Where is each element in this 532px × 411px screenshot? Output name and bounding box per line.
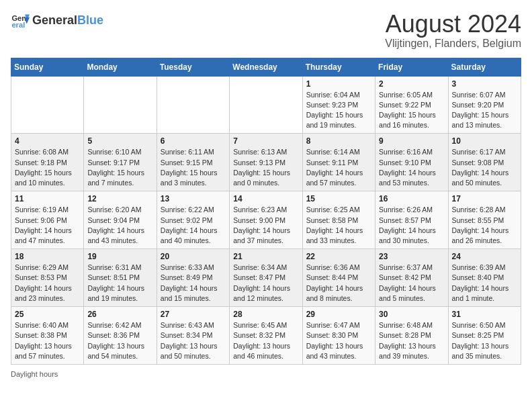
day-number: 21: [233, 252, 298, 261]
cell-content: Sunrise: 6:20 AM Sunset: 9:04 PM Dayligh…: [87, 205, 152, 246]
day-number: 28: [233, 310, 298, 319]
day-header-friday: Friday: [375, 58, 448, 76]
header-row: SundayMondayTuesdayWednesdayThursdayFrid…: [11, 58, 521, 76]
calendar-cell: 9Sunrise: 6:16 AM Sunset: 9:10 PM Daylig…: [375, 134, 448, 191]
calendar-cell: 4Sunrise: 6:08 AM Sunset: 9:18 PM Daylig…: [11, 134, 84, 191]
day-number: 14: [233, 194, 298, 203]
day-number: 25: [15, 310, 80, 319]
calendar-cell: [11, 76, 84, 134]
daylight-hours-label: Daylight hours: [11, 370, 58, 378]
calendar-cell: 25Sunrise: 6:40 AM Sunset: 8:38 PM Dayli…: [11, 307, 84, 365]
cell-content: Sunrise: 6:23 AM Sunset: 9:00 PM Dayligh…: [233, 205, 298, 246]
calendar-cell: 30Sunrise: 6:48 AM Sunset: 8:28 PM Dayli…: [375, 307, 448, 365]
calendar-cell: 1Sunrise: 6:04 AM Sunset: 9:23 PM Daylig…: [302, 76, 375, 134]
calendar-week-4: 18Sunrise: 6:29 AM Sunset: 8:53 PM Dayli…: [11, 249, 521, 307]
calendar-cell: 17Sunrise: 6:28 AM Sunset: 8:55 PM Dayli…: [448, 191, 521, 249]
cell-content: Sunrise: 6:22 AM Sunset: 9:02 PM Dayligh…: [161, 205, 226, 246]
calendar-cell: [230, 76, 302, 134]
day-number: 24: [452, 252, 517, 261]
cell-content: Sunrise: 6:34 AM Sunset: 8:47 PM Dayligh…: [233, 263, 298, 304]
calendar-cell: 23Sunrise: 6:37 AM Sunset: 8:42 PM Dayli…: [375, 249, 448, 307]
calendar-body: 1Sunrise: 6:04 AM Sunset: 9:23 PM Daylig…: [11, 76, 521, 364]
calendar-cell: [84, 76, 157, 134]
logo-icon: Gen eral: [11, 11, 30, 30]
day-number: 2: [379, 79, 444, 89]
cell-content: Sunrise: 6:11 AM Sunset: 9:15 PM Dayligh…: [161, 147, 226, 188]
cell-content: Sunrise: 6:45 AM Sunset: 8:32 PM Dayligh…: [233, 320, 298, 361]
day-number: 5: [87, 136, 152, 146]
day-number: 19: [87, 252, 152, 261]
cell-content: Sunrise: 6:17 AM Sunset: 9:08 PM Dayligh…: [452, 147, 517, 188]
calendar-cell: 8Sunrise: 6:14 AM Sunset: 9:11 PM Daylig…: [302, 134, 375, 191]
day-number: 15: [306, 194, 371, 203]
calendar-cell: [157, 76, 229, 134]
calendar-cell: 3Sunrise: 6:07 AM Sunset: 9:20 PM Daylig…: [448, 76, 521, 134]
calendar-cell: 10Sunrise: 6:17 AM Sunset: 9:08 PM Dayli…: [448, 134, 521, 191]
cell-content: Sunrise: 6:28 AM Sunset: 8:55 PM Dayligh…: [452, 205, 517, 246]
day-number: 22: [306, 252, 371, 261]
cell-content: Sunrise: 6:10 AM Sunset: 9:17 PM Dayligh…: [87, 147, 152, 188]
day-number: 13: [161, 194, 226, 203]
calendar-cell: 5Sunrise: 6:10 AM Sunset: 9:17 PM Daylig…: [84, 134, 157, 191]
cell-content: Sunrise: 6:36 AM Sunset: 8:44 PM Dayligh…: [306, 263, 371, 304]
day-header-tuesday: Tuesday: [157, 58, 229, 76]
day-header-sunday: Sunday: [11, 58, 84, 76]
calendar-cell: 27Sunrise: 6:43 AM Sunset: 8:34 PM Dayli…: [157, 307, 229, 365]
cell-content: Sunrise: 6:25 AM Sunset: 8:58 PM Dayligh…: [306, 205, 371, 246]
svg-text:eral: eral: [11, 21, 25, 29]
calendar-week-1: 1Sunrise: 6:04 AM Sunset: 9:23 PM Daylig…: [11, 76, 521, 134]
calendar-cell: 18Sunrise: 6:29 AM Sunset: 8:53 PM Dayli…: [11, 249, 84, 307]
cell-content: Sunrise: 6:47 AM Sunset: 8:30 PM Dayligh…: [306, 320, 371, 361]
calendar-table: SundayMondayTuesdayWednesdayThursdayFrid…: [11, 58, 521, 365]
cell-content: Sunrise: 6:33 AM Sunset: 8:49 PM Dayligh…: [161, 263, 226, 304]
day-number: 31: [452, 310, 517, 319]
day-number: 29: [306, 310, 371, 319]
cell-content: Sunrise: 6:40 AM Sunset: 8:38 PM Dayligh…: [15, 320, 80, 361]
day-number: 6: [161, 136, 226, 146]
day-number: 4: [15, 136, 80, 146]
cell-content: Sunrise: 6:16 AM Sunset: 9:10 PM Dayligh…: [379, 147, 444, 188]
calendar-cell: 31Sunrise: 6:50 AM Sunset: 8:25 PM Dayli…: [448, 307, 521, 365]
calendar-header: SundayMondayTuesdayWednesdayThursdayFrid…: [11, 58, 521, 76]
logo: Gen eral GeneralBlue: [11, 11, 103, 30]
calendar-cell: 20Sunrise: 6:33 AM Sunset: 8:49 PM Dayli…: [157, 249, 229, 307]
cell-content: Sunrise: 6:14 AM Sunset: 9:11 PM Dayligh…: [306, 147, 371, 188]
calendar-cell: 7Sunrise: 6:13 AM Sunset: 9:13 PM Daylig…: [230, 134, 302, 191]
day-number: 8: [306, 136, 371, 146]
calendar-cell: 19Sunrise: 6:31 AM Sunset: 8:51 PM Dayli…: [84, 249, 157, 307]
cell-content: Sunrise: 6:43 AM Sunset: 8:34 PM Dayligh…: [161, 320, 226, 361]
day-header-thursday: Thursday: [302, 58, 375, 76]
logo-text-blue: Blue: [77, 13, 103, 28]
main-title: August 2024: [385, 11, 521, 38]
day-number: 7: [233, 136, 298, 146]
cell-content: Sunrise: 6:26 AM Sunset: 8:57 PM Dayligh…: [379, 205, 444, 246]
cell-content: Sunrise: 6:37 AM Sunset: 8:42 PM Dayligh…: [379, 263, 444, 304]
day-number: 1: [306, 79, 371, 89]
day-number: 30: [379, 310, 444, 319]
day-number: 9: [379, 136, 444, 146]
day-header-wednesday: Wednesday: [230, 58, 302, 76]
day-number: 16: [379, 194, 444, 203]
calendar-cell: 26Sunrise: 6:42 AM Sunset: 8:36 PM Dayli…: [84, 307, 157, 365]
calendar-cell: 14Sunrise: 6:23 AM Sunset: 9:00 PM Dayli…: [230, 191, 302, 249]
cell-content: Sunrise: 6:39 AM Sunset: 8:40 PM Dayligh…: [452, 263, 517, 304]
cell-content: Sunrise: 6:13 AM Sunset: 9:13 PM Dayligh…: [233, 147, 298, 188]
calendar-cell: 6Sunrise: 6:11 AM Sunset: 9:15 PM Daylig…: [157, 134, 229, 191]
cell-content: Sunrise: 6:50 AM Sunset: 8:25 PM Dayligh…: [452, 320, 517, 361]
cell-content: Sunrise: 6:42 AM Sunset: 8:36 PM Dayligh…: [87, 320, 152, 361]
title-block: August 2024 Vlijtingen, Flanders, Belgiu…: [385, 11, 521, 50]
day-header-monday: Monday: [84, 58, 157, 76]
calendar-cell: 15Sunrise: 6:25 AM Sunset: 8:58 PM Dayli…: [302, 191, 375, 249]
page-header: Gen eral GeneralBlue August 2024 Vlijtin…: [11, 11, 521, 50]
cell-content: Sunrise: 6:31 AM Sunset: 8:51 PM Dayligh…: [87, 263, 152, 304]
subtitle: Vlijtingen, Flanders, Belgium: [385, 38, 521, 50]
calendar-cell: 11Sunrise: 6:19 AM Sunset: 9:06 PM Dayli…: [11, 191, 84, 249]
footer-note: Daylight hours: [11, 370, 521, 378]
calendar-cell: 28Sunrise: 6:45 AM Sunset: 8:32 PM Dayli…: [230, 307, 302, 365]
cell-content: Sunrise: 6:05 AM Sunset: 9:22 PM Dayligh…: [379, 90, 444, 131]
day-number: 17: [452, 194, 517, 203]
cell-content: Sunrise: 6:04 AM Sunset: 9:23 PM Dayligh…: [306, 90, 371, 131]
cell-content: Sunrise: 6:19 AM Sunset: 9:06 PM Dayligh…: [15, 205, 80, 246]
calendar-week-3: 11Sunrise: 6:19 AM Sunset: 9:06 PM Dayli…: [11, 191, 521, 249]
calendar-cell: 16Sunrise: 6:26 AM Sunset: 8:57 PM Dayli…: [375, 191, 448, 249]
